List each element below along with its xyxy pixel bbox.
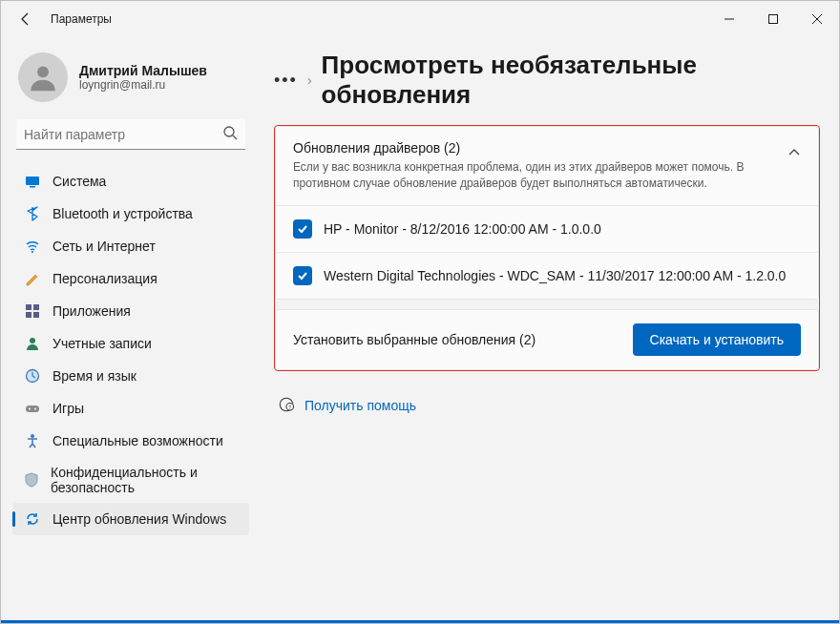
back-button[interactable] — [10, 4, 41, 34]
privacy-icon — [24, 471, 39, 489]
network-icon — [24, 238, 41, 255]
window-title: Параметры — [51, 12, 112, 26]
sidebar-item-label: Приложения — [52, 303, 131, 319]
search-input[interactable] — [24, 127, 222, 142]
sidebar-item-label: Игры — [52, 401, 84, 416]
svg-point-17 — [29, 408, 31, 410]
svg-point-5 — [224, 127, 234, 136]
sidebar-item-time[interactable]: Время и язык — [12, 360, 249, 392]
close-button[interactable] — [795, 4, 839, 34]
bluetooth-icon — [24, 205, 41, 222]
sidebar-item-label: Сеть и Интернет — [52, 239, 156, 254]
svg-rect-16 — [26, 406, 39, 412]
account-email: loyngrin@mail.ru — [79, 78, 207, 92]
breadcrumb: ••• › Просмотреть необязательные обновле… — [274, 51, 820, 110]
avatar — [18, 52, 68, 102]
main-content: ••• › Просмотреть необязательные обновле… — [261, 37, 839, 620]
sidebar-item-personalization[interactable]: Персонализация — [12, 262, 249, 295]
sidebar-item-accounts[interactable]: Учетные записи — [12, 327, 249, 360]
sidebar-item-label: Персонализация — [52, 271, 158, 286]
driver-label: HP - Monitor - 8/12/2016 12:00:00 AM - 1… — [324, 221, 601, 237]
sidebar: Дмитрий Малышев loyngrin@mail.ru Система… — [1, 37, 261, 620]
apps-icon — [24, 302, 41, 320]
chevron-right-icon: › — [307, 73, 312, 88]
sidebar-item-label: Конфиденциальность и безопасность — [51, 465, 238, 495]
driver-update-row: Western Digital Technologies - WDC_SAM -… — [276, 252, 818, 299]
sidebar-item-gaming[interactable]: Игры — [12, 392, 249, 425]
svg-line-6 — [233, 135, 237, 139]
driver-updates-subtitle: Если у вас возникла конкретная проблема,… — [293, 159, 776, 192]
help-link-row: ? Получить помощь — [274, 396, 820, 416]
personalization-icon — [24, 270, 41, 287]
sidebar-item-label: Учетные записи — [52, 336, 152, 351]
breadcrumb-overflow[interactable]: ••• — [274, 71, 298, 91]
taskbar-sliver — [1, 620, 839, 623]
install-bar: Установить выбранные обновления (2) Скач… — [275, 309, 819, 370]
sidebar-item-apps[interactable]: Приложения — [12, 295, 249, 327]
highlight-box: Обновления драйверов (2) Если у вас возн… — [274, 125, 820, 371]
svg-rect-10 — [26, 304, 32, 310]
svg-point-14 — [30, 338, 35, 343]
svg-rect-12 — [26, 312, 32, 318]
maximize-button[interactable] — [751, 4, 795, 34]
page-title: Просмотреть необязательные обновления — [322, 51, 820, 110]
svg-text:?: ? — [288, 404, 291, 409]
svg-point-19 — [31, 434, 34, 438]
driver-label: Western Digital Technologies - WDC_SAM -… — [324, 268, 786, 283]
sidebar-item-bluetooth[interactable]: Bluetooth и устройства — [12, 198, 249, 230]
help-icon: ? — [278, 396, 295, 416]
sidebar-item-label: Специальные возможности — [52, 433, 223, 448]
account-name: Дмитрий Малышев — [79, 63, 207, 78]
sidebar-item-label: Центр обновления Windows — [52, 511, 226, 527]
help-link[interactable]: Получить помощь — [304, 398, 416, 413]
search-box[interactable] — [16, 119, 245, 150]
sidebar-item-system[interactable]: Система — [12, 165, 249, 198]
svg-point-18 — [34, 408, 36, 410]
minimize-button[interactable] — [707, 4, 751, 34]
svg-rect-8 — [30, 186, 35, 188]
accounts-icon — [24, 335, 41, 352]
sidebar-item-privacy[interactable]: Конфиденциальность и безопасность — [12, 457, 249, 503]
sidebar-item-label: Время и язык — [52, 368, 136, 384]
sidebar-item-update[interactable]: Центр обновления Windows — [12, 503, 249, 535]
svg-rect-11 — [33, 304, 39, 310]
search-icon — [222, 125, 238, 143]
svg-point-9 — [32, 251, 33, 253]
system-icon — [24, 173, 41, 190]
time-icon — [24, 367, 41, 385]
update-icon — [24, 510, 41, 528]
driver-update-row: HP - Monitor - 8/12/2016 12:00:00 AM - 1… — [276, 205, 818, 252]
chevron-up-icon — [788, 146, 801, 162]
driver-updates-header[interactable]: Обновления драйверов (2) Если у вас возн… — [276, 127, 818, 205]
driver-checkbox[interactable] — [293, 266, 312, 285]
accessibility-icon — [24, 432, 41, 449]
titlebar: Параметры — [1, 1, 839, 37]
install-summary: Установить выбранные обновления (2) — [293, 332, 536, 347]
sidebar-item-label: Система — [52, 174, 106, 189]
driver-updates-title: Обновления драйверов (2) — [293, 140, 776, 156]
sidebar-item-label: Bluetooth и устройства — [52, 206, 193, 221]
svg-point-4 — [37, 66, 49, 77]
gaming-icon — [24, 400, 41, 417]
svg-rect-13 — [33, 312, 39, 318]
download-install-button[interactable]: Скачать и установить — [633, 323, 801, 356]
svg-rect-1 — [769, 15, 778, 24]
sidebar-item-network[interactable]: Сеть и Интернет — [12, 230, 249, 262]
sidebar-item-accessibility[interactable]: Специальные возможности — [12, 425, 249, 457]
svg-rect-7 — [26, 177, 39, 185]
driver-checkbox[interactable] — [293, 219, 312, 239]
account-block[interactable]: Дмитрий Малышев loyngrin@mail.ru — [12, 51, 249, 104]
driver-updates-panel: Обновления драйверов (2) Если у вас возн… — [275, 126, 819, 300]
